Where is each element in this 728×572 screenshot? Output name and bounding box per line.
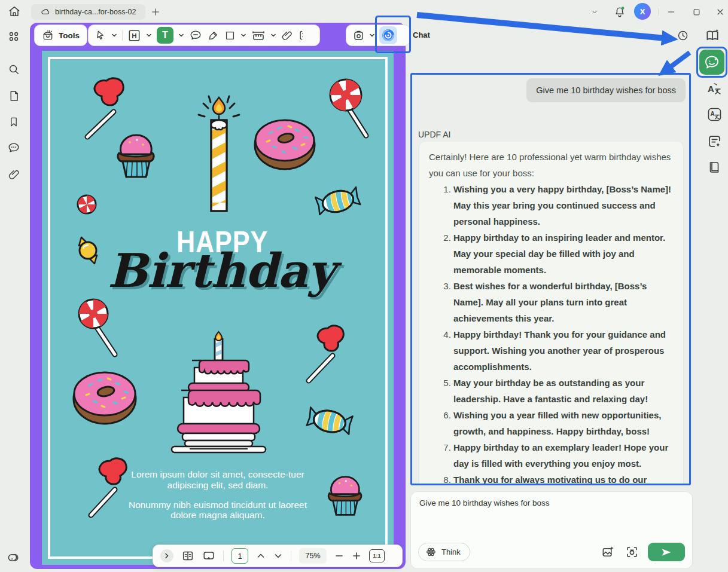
close-button[interactable] (711, 5, 728, 19)
reading-assistant-button[interactable] (703, 26, 721, 44)
new-tab-button[interactable] (148, 5, 163, 19)
minimize-icon (666, 7, 676, 17)
sidebar-item-comments[interactable] (6, 140, 22, 155)
page-control-bar: 1 75% 1:1 (153, 545, 403, 567)
titlebar-dropdown-button[interactable] (587, 6, 602, 18)
stamp-tool-button[interactable] (352, 29, 365, 42)
measure-tool-dropdown[interactable] (270, 32, 276, 38)
home-button[interactable] (6, 4, 23, 19)
swirl-lollipop-illustration (77, 297, 120, 360)
chat-conversation-panel[interactable]: Give me 10 birthday wishes for boss UPDF… (410, 73, 691, 485)
reader-view-button[interactable] (706, 159, 723, 176)
insert-image-button[interactable] (600, 544, 616, 559)
next-page-button[interactable] (273, 551, 283, 561)
chevron-down-icon (178, 32, 184, 38)
select-tool-dropdown[interactable] (111, 32, 117, 38)
comment-bubble-icon (7, 141, 20, 154)
comment-tool-icon (189, 29, 202, 42)
sidebar-item-apps-grid[interactable] (6, 29, 22, 44)
zoom-level-display[interactable]: 75% (299, 548, 327, 564)
text-tool-dropdown[interactable] (178, 32, 184, 38)
presentation-icon (202, 549, 215, 562)
heading-tool-button[interactable]: H (127, 29, 141, 42)
ai-summary-button[interactable] (706, 133, 723, 149)
tools-button-label[interactable]: Tools (59, 31, 80, 40)
updf-ai-toolbar-button[interactable] (379, 26, 397, 44)
summarize-translate-button[interactable]: A (705, 80, 723, 98)
bookmark-icon (8, 116, 20, 128)
text-tool-button[interactable]: T (157, 27, 173, 44)
send-message-button[interactable] (648, 543, 685, 561)
screenshot-button[interactable] (624, 544, 639, 559)
attach-tool-button[interactable] (281, 29, 293, 41)
presentation-mode-button[interactable] (202, 549, 215, 562)
user-message-bubble: Give me 10 birthday wishes for boss (526, 78, 686, 102)
wish-item: Wishing you a year filled with new oppor… (453, 407, 674, 439)
sidebar-item-attachments[interactable] (6, 166, 22, 182)
two-page-view-button[interactable] (181, 549, 194, 562)
chevron-down-icon (369, 32, 375, 38)
page-thumbnail-icon (8, 90, 20, 102)
translate-document-button[interactable]: A (706, 106, 723, 123)
user-avatar[interactable]: X (634, 3, 651, 20)
history-button[interactable] (675, 27, 690, 43)
stamp-tool-dropdown[interactable] (369, 32, 375, 38)
previous-page-button[interactable] (256, 551, 266, 561)
yellow-candy-illustration (75, 236, 100, 265)
ai-swirl-icon (381, 28, 395, 42)
sidebar-item-pages[interactable] (6, 88, 22, 103)
chat-panel-header: Chat (413, 30, 430, 39)
measure-tool-button[interactable] (251, 28, 266, 42)
edit-toolbar: H T (88, 25, 320, 46)
chat-input-field[interactable]: Give me 10 birthday wishes for boss (419, 498, 680, 536)
think-toggle-button[interactable]: Think (418, 543, 470, 561)
wish-item: Best wishes for a wonderful birthday, [B… (453, 278, 674, 326)
comment-tool-button[interactable] (189, 29, 202, 42)
chevron-down-icon (146, 32, 152, 38)
card-title-birthday: Birthday (108, 243, 329, 298)
collapse-bar-button[interactable] (160, 549, 173, 562)
titlebar: birthday-ca...for-boss-02 X (0, 0, 728, 23)
plus-icon (151, 7, 160, 17)
candle-illustration (196, 91, 242, 217)
ai-response-card: Certainly! Here are 10 professional yet … (419, 142, 683, 485)
zoom-out-button[interactable] (334, 551, 344, 561)
zoom-in-button[interactable] (352, 551, 361, 561)
donut-illustration (71, 368, 139, 427)
highlighter-tool-button[interactable] (207, 29, 220, 42)
sidebar-item-bookmarks[interactable] (6, 114, 22, 130)
maximize-button[interactable] (687, 5, 706, 19)
document-tab[interactable]: birthday-ca...for-boss-02 (31, 4, 145, 20)
birthday-card-page[interactable]: HAPPY Birthday Lorem ipsum dolor sit ame… (42, 51, 394, 565)
ai-sender-name: UPDF AI (418, 130, 450, 139)
ruler-icon (251, 28, 266, 42)
tools-box-icon (42, 29, 54, 41)
sidebar-item-color-swatches[interactable] (6, 549, 22, 564)
shape-tool-dropdown[interactable] (240, 32, 246, 38)
notifications-button[interactable] (611, 4, 628, 20)
stamp-icon (352, 29, 365, 42)
translate-a-icon: A (706, 81, 722, 97)
shape-tool-button[interactable] (224, 30, 236, 41)
cupcake-illustration (322, 468, 368, 517)
minimize-button[interactable] (662, 5, 681, 19)
page-number-input[interactable]: 1 (232, 548, 248, 564)
cupcake-illustration (111, 126, 162, 179)
document-viewer: HAPPY Birthday Lorem ipsum dolor sit ame… (30, 23, 406, 569)
wish-item: May your birthday be as outstanding as y… (453, 375, 674, 407)
card-paragraph: Nonummy nibh euismod tincidunt ut laoree… (128, 500, 307, 521)
sticker-tool-button[interactable] (298, 29, 310, 41)
sidebar-item-search[interactable] (6, 62, 22, 77)
sticker-icon (298, 29, 310, 41)
chevron-down-icon (270, 32, 276, 38)
ai-assistant-sidebar-button[interactable] (699, 50, 724, 75)
chevron-down-icon (240, 32, 246, 38)
think-button-label: Think (441, 547, 461, 556)
wish-item: Thank you for always motivating us to do… (453, 472, 674, 485)
peppermint-candy-illustration (75, 193, 98, 216)
pagebar-divider (291, 550, 291, 561)
annotation-arrow-short (669, 53, 690, 68)
heading-tool-dropdown[interactable] (146, 32, 152, 38)
select-tool-button[interactable] (95, 29, 106, 41)
actual-size-button[interactable]: 1:1 (369, 549, 385, 562)
